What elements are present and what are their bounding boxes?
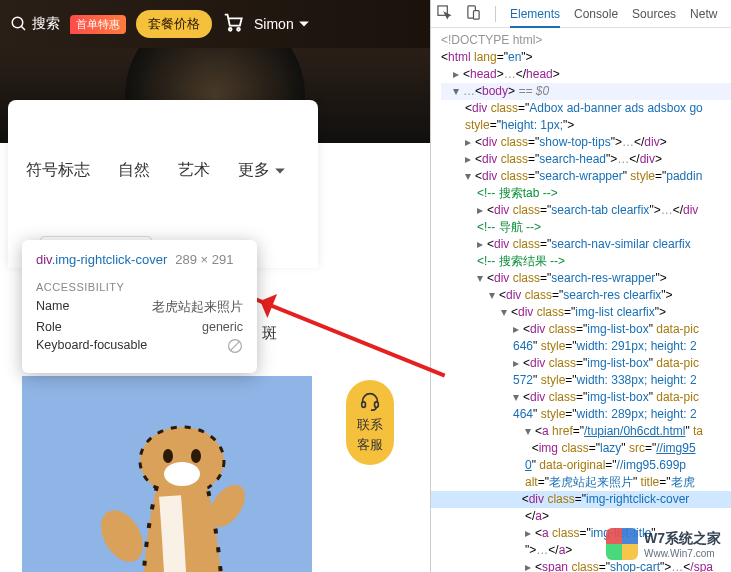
svg-point-14 (92, 503, 151, 569)
tooltip-class: .img-rightclick-cover (52, 252, 168, 267)
tab-more[interactable]: 更多 (238, 160, 286, 181)
watermark: W7系统之家 Www.Win7.com (606, 528, 721, 560)
tab-symbols[interactable]: 符号标志 (26, 160, 90, 181)
svg-rect-16 (362, 402, 366, 408)
svg-rect-20 (474, 10, 480, 18)
search-icon (10, 15, 28, 33)
annotation-arrow (249, 295, 445, 377)
chevron-down-icon (298, 18, 310, 30)
tab-elements[interactable]: Elements (510, 7, 560, 28)
headset-icon (359, 390, 381, 412)
cart-button[interactable] (222, 11, 244, 37)
svg-line-1 (21, 26, 25, 30)
tooltip-dims: 289 × 291 (175, 252, 233, 267)
category-tabs: 符号标志 自然 艺术 更多 (8, 160, 318, 181)
user-menu[interactable]: Simon (254, 16, 310, 32)
topbar: 搜索 首单特惠 套餐价格 Simon (0, 0, 430, 48)
devtools-inspect-tooltip: div.img-rightclick-cover289 × 291 ACCESS… (22, 240, 257, 373)
pricing-button[interactable]: 套餐价格 (136, 10, 212, 38)
cart-icon (222, 11, 244, 33)
svg-point-13 (164, 462, 200, 486)
svg-point-11 (163, 449, 173, 463)
page-left: 搜索 首单特惠 套餐价格 Simon 符号标志 自然 艺术 更多 : 全部构图 (0, 0, 430, 572)
devtools-panel: Elements Console Sources Netw <!DOCTYPE … (430, 0, 731, 572)
tiger-illustration (72, 406, 252, 572)
svg-point-0 (12, 17, 23, 28)
thumbnail-label: 斑 (262, 324, 277, 343)
inspect-icon[interactable] (437, 5, 452, 23)
svg-point-2 (229, 28, 232, 31)
search-button[interactable]: 搜索 (10, 15, 60, 33)
svg-point-12 (191, 449, 201, 463)
customer-service-button[interactable]: 联系 客服 (346, 380, 394, 465)
dom-tree[interactable]: <!DOCTYPE html> <html lang="en"> ▸<head>… (431, 28, 731, 572)
svg-rect-17 (375, 402, 379, 408)
tab-nature[interactable]: 自然 (118, 160, 150, 181)
devtools-tabs: Elements Console Sources Netw (431, 0, 731, 28)
search-label: 搜索 (32, 15, 60, 33)
svg-line-8 (230, 341, 240, 351)
tab-console[interactable]: Console (574, 7, 618, 21)
tab-sources[interactable]: Sources (632, 7, 676, 21)
tooltip-tag: div (36, 252, 52, 267)
user-name: Simon (254, 16, 294, 32)
forbidden-icon (227, 338, 243, 357)
watermark-logo (606, 528, 638, 560)
promo-badge[interactable]: 首单特惠 (70, 15, 126, 34)
tab-network[interactable]: Netw (690, 7, 717, 21)
tooltip-section: ACCESSIBILITY (36, 281, 243, 293)
device-icon[interactable] (466, 5, 481, 23)
tab-art[interactable]: 艺术 (178, 160, 210, 181)
tiger-image[interactable] (22, 376, 312, 572)
svg-point-3 (237, 28, 240, 31)
chevron-down-icon (274, 165, 286, 177)
